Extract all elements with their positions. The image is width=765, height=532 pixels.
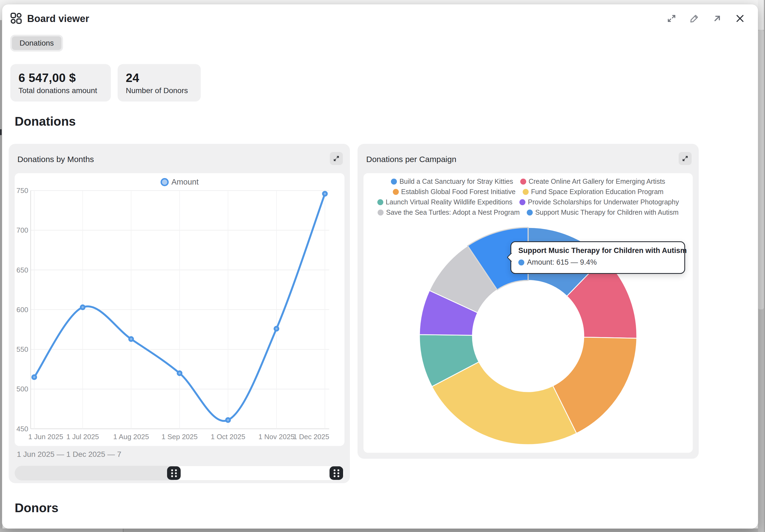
handle-grip-dot [334,475,336,477]
legend-label: Provide Scholarships for Underwater Phot… [528,198,679,206]
donut-tooltip: Support Music Therapy for Children with … [510,241,685,274]
donut-chart-card: Donations per Campaign Build a Cat Sanct… [358,144,699,459]
donut-legend-row: Establish Global Food Forest InitiativeF… [364,188,693,196]
handle-grip-dot [338,472,339,474]
donut-legend-row: Save the Sea Turtles: Adopt a Nest Progr… [364,208,693,216]
close-icon [735,13,745,24]
stat-value: 24 [126,71,193,85]
page-behind-bottom-segment [0,528,123,532]
legend-label: Build a Cat Sanctuary for Stray Kitties [399,177,513,185]
handle-grip-dot [334,472,336,474]
modal-header: Board viewer [10,12,89,26]
donut-chart-expand-button[interactable] [679,152,692,165]
legend-marker [378,209,383,215]
board-tab-donations[interactable]: Donations [10,35,63,52]
svg-text:750: 750 [17,186,28,195]
range-slider-unselected [15,466,174,480]
svg-text:1 Jun 2025: 1 Jun 2025 [28,433,63,441]
donut-legend-row: Launch Virtual Reality Wildlife Expediti… [364,198,693,206]
svg-text:650: 650 [17,266,28,274]
handle-grip-dot [334,469,336,471]
handle-grip-dot [175,472,177,474]
donut-legend-item[interactable]: Create Online Art Gallery for Emerging A… [520,177,665,185]
expand-icon [682,155,689,162]
donut-legend-item[interactable]: Support Music Therapy for Children with … [527,208,679,216]
stat-label: Number of Donors [126,86,193,95]
stat-label: Total donations amount [18,86,103,95]
handle-grip-dot [171,469,173,471]
legend-marker [391,178,397,184]
donut-chart-panel: Build a Cat Sanctuary for Stray KittiesC… [364,173,693,453]
line-chart-expand-button[interactable] [330,152,343,165]
board-viewer-modal: Board viewer [2,4,758,528]
open-in-new-button[interactable] [711,13,723,24]
handle-grip-dot [175,469,177,471]
section-heading-donations: Donations [15,114,76,129]
page-scrollbar-thumb[interactable] [758,30,764,309]
handle-grip-dot [171,472,173,474]
legend-label: Fund Space Exploration Education Program [531,188,664,196]
donut-legend-item[interactable]: Launch Virtual Reality Wildlife Expediti… [378,198,512,206]
arrow-up-right-icon [712,13,723,24]
svg-text:600: 600 [17,306,28,314]
legend-marker [393,189,399,195]
handle-grip-dot [175,475,177,477]
page-behind-table-divider [123,528,124,532]
svg-text:700: 700 [17,226,28,234]
legend-label: Support Music Therapy for Children with … [535,208,679,216]
donut-legend-item[interactable]: Save the Sea Turtles: Adopt a Nest Progr… [378,208,520,216]
legend-marker [520,178,526,184]
expand-button[interactable] [666,13,677,24]
range-slider-handle-right[interactable] [330,466,343,480]
board-icon [10,12,22,26]
svg-text:1 Oct 2025: 1 Oct 2025 [211,433,245,441]
handle-grip-dot [338,469,339,471]
expand-icon [333,155,340,162]
svg-text:1 Aug 2025: 1 Aug 2025 [113,433,149,441]
svg-text:550: 550 [17,345,28,354]
donut-legend-item[interactable]: Provide Scholarships for Underwater Phot… [519,198,679,206]
stat-value: 6 547,00 $ [18,71,103,85]
svg-text:500: 500 [17,385,28,393]
close-button[interactable] [734,13,746,24]
svg-text:1 Dec 2025: 1 Dec 2025 [293,433,329,441]
donut-legend-item[interactable]: Establish Global Food Forest Initiative [393,188,516,196]
stat-card-total-amount: 6 547,00 $ Total donations amount [10,64,111,102]
stats-row: 6 547,00 $ Total donations amount 24 Num… [10,64,201,102]
pencil-icon [689,13,700,24]
svg-text:1 Sep 2025: 1 Sep 2025 [161,433,198,441]
svg-text:450: 450 [17,425,28,433]
legend-marker [523,189,529,195]
legend-label: Save the Sea Turtles: Adopt a Nest Progr… [386,208,520,216]
tooltip-title: Support Music Therapy for Children with … [518,246,678,255]
legend-marker-amount [161,178,169,186]
legend-marker [378,199,383,205]
donut-chart-legend: Build a Cat Sanctuary for Stray KittiesC… [364,177,693,216]
donut-legend-row: Build a Cat Sanctuary for Stray KittiesC… [364,177,693,185]
line-chart-range-slider[interactable] [15,466,345,480]
line-chart-title: Donations by Months [17,155,94,164]
line-chart-card: Donations by Months Amount 7507006506005… [9,144,350,483]
legend-label: Launch Virtual Reality Wildlife Expediti… [386,198,512,206]
donut-legend-item[interactable]: Fund Space Exploration Education Program [523,188,664,196]
donut-legend-item[interactable]: Build a Cat Sanctuary for Stray Kitties [391,177,513,185]
page-edge-line [764,0,765,532]
legend-marker [527,209,533,215]
window-title: Board viewer [27,13,89,24]
line-chart-svg: 7507006506005505004501 Jun 20251 Jul 202… [15,173,345,446]
handle-grip-dot [338,475,339,477]
stat-card-donor-count: 24 Number of Donors [118,64,201,102]
donut-chart-title: Donations per Campaign [366,155,456,164]
legend-label: Establish Global Food Forest Initiative [401,188,516,196]
edit-button[interactable] [688,13,700,24]
tooltip-series-dot [518,259,524,265]
range-slider-handle-left[interactable] [167,466,181,480]
page-behind-bottom-edge [0,528,765,532]
page-scrollbar[interactable] [758,0,765,532]
section-heading-donors: Donors [15,500,58,515]
header-actions [666,13,746,24]
tooltip-value: Amount: 615 — 9.4% [527,258,597,267]
line-chart-legend[interactable]: Amount [15,177,345,186]
line-chart-panel: Amount 7507006506005505004501 Jun 20251 … [15,173,345,446]
line-chart-range-label: 1 Jun 2025 — 1 Dec 2025 — 7 [17,450,121,459]
